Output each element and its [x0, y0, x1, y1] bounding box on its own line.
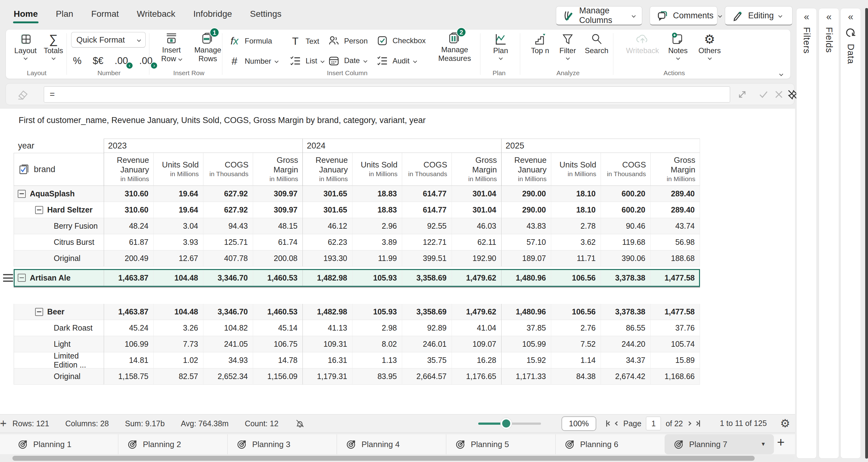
measure-header[interactable]: COGSin Thousands: [203, 153, 253, 186]
value-cell[interactable]: 86.55: [600, 320, 650, 336]
value-cell[interactable]: 189.07: [501, 251, 551, 266]
row-label-cell[interactable]: Artisan Ale: [14, 269, 104, 287]
previous-page-icon[interactable]: [616, 422, 619, 425]
value-cell[interactable]: 105.99: [501, 336, 551, 352]
value-cell[interactable]: 106.56: [551, 304, 600, 320]
value-cell[interactable]: 105.93: [352, 304, 402, 320]
value-cell[interactable]: 1,477.58: [650, 269, 700, 287]
table-row[interactable]: Hard Seltzer310.6019.64627.92309.97301.6…: [14, 202, 700, 218]
editing-mode-button[interactable]: Editing: [725, 6, 793, 26]
menu-plan[interactable]: Plan: [55, 2, 74, 26]
value-cell[interactable]: 34.37: [600, 352, 650, 369]
value-cell[interactable]: 310.60: [104, 186, 153, 202]
value-cell[interactable]: 19.64: [153, 202, 203, 218]
horizontal-scrollbar[interactable]: [9, 456, 795, 461]
menu-writeback[interactable]: Writeback: [136, 2, 176, 26]
value-cell[interactable]: 92.89: [402, 320, 452, 336]
value-cell[interactable]: 1,460.53: [253, 269, 303, 287]
value-cell[interactable]: 200.08: [253, 251, 303, 266]
value-cell[interactable]: 19.64: [153, 186, 203, 202]
value-cell[interactable]: 56.98: [650, 234, 700, 251]
sheet-tab[interactable]: Planning 5: [446, 434, 555, 454]
row-label-cell[interactable]: Berry Fusion: [14, 218, 104, 234]
value-cell[interactable]: 3.04: [153, 218, 203, 234]
value-cell[interactable]: 1,482.98: [303, 269, 352, 287]
insert-formula-button[interactable]: fxFormula: [228, 35, 272, 47]
value-cell[interactable]: 1,477.58: [650, 304, 700, 320]
value-cell[interactable]: 43.74: [650, 218, 700, 234]
last-page-icon[interactable]: [695, 421, 700, 427]
value-cell[interactable]: 7.73: [153, 336, 203, 352]
window-edge-scrollbar[interactable]: [865, 8, 868, 459]
value-cell[interactable]: 61.87: [104, 234, 153, 251]
next-page-icon[interactable]: [688, 422, 691, 425]
value-cell[interactable]: 1,179.31: [303, 369, 352, 385]
others-button[interactable]: ⚙ Others: [695, 32, 724, 59]
row-label-cell[interactable]: Original: [14, 251, 104, 266]
value-cell[interactable]: 18.10: [551, 202, 600, 218]
value-cell[interactable]: 92.55: [402, 218, 452, 234]
value-cell[interactable]: 1,460.53: [253, 304, 303, 320]
value-cell[interactable]: 1,480.96: [501, 269, 551, 287]
zoom-percent[interactable]: 100%: [561, 416, 596, 431]
gear-icon[interactable]: ⚙: [780, 417, 790, 430]
data-panel[interactable]: « Data: [840, 8, 861, 459]
value-cell[interactable]: 90.46: [600, 218, 650, 234]
sheet-tab[interactable]: Planning 2: [118, 434, 227, 454]
value-cell[interactable]: 14.81: [104, 352, 153, 369]
insert-number-button[interactable]: #Number: [228, 55, 278, 67]
value-cell[interactable]: 3,346.70: [203, 304, 253, 320]
value-cell[interactable]: 41.04: [452, 320, 501, 336]
value-cell[interactable]: 192.90: [452, 251, 501, 266]
value-cell[interactable]: 1,479.62: [452, 304, 501, 320]
manage-measures-button[interactable]: 2 Manage Measures: [436, 31, 474, 63]
value-cell[interactable]: 390.06: [600, 251, 650, 266]
value-cell[interactable]: 105.74: [650, 336, 700, 352]
value-cell[interactable]: 1.13: [352, 352, 402, 369]
value-cell[interactable]: 301.65: [303, 186, 352, 202]
value-cell[interactable]: 3.62: [551, 234, 600, 251]
value-cell[interactable]: 3.26: [153, 320, 203, 336]
value-cell[interactable]: 109.31: [303, 336, 352, 352]
insert-audit-button[interactable]: Audit: [376, 55, 416, 67]
value-cell[interactable]: 12.67: [153, 251, 203, 266]
value-cell[interactable]: 309.97: [253, 202, 303, 218]
measure-header[interactable]: Units Soldin Millions: [352, 153, 402, 186]
value-cell[interactable]: 3,346.70: [203, 269, 253, 287]
value-cell[interactable]: 11.99: [352, 251, 402, 266]
year-group-header[interactable]: 2023: [104, 139, 303, 153]
value-cell[interactable]: 1,168.66: [650, 369, 700, 385]
row-label-cell[interactable]: Citrus Burst: [14, 234, 104, 251]
expand-formula-icon[interactable]: [736, 89, 748, 100]
value-cell[interactable]: 37.85: [501, 320, 551, 336]
value-cell[interactable]: 2.96: [352, 218, 402, 234]
value-cell[interactable]: 188.68: [650, 251, 700, 266]
value-cell[interactable]: 244.20: [600, 336, 650, 352]
value-cell[interactable]: 3,358.69: [402, 304, 452, 320]
measure-header[interactable]: Units Soldin Millions: [551, 153, 600, 186]
value-cell[interactable]: 3,358.69: [402, 269, 452, 287]
comments-button[interactable]: Comments: [650, 6, 717, 26]
value-cell[interactable]: 289.40: [650, 186, 700, 202]
totals-button[interactable]: ∑ Totals: [41, 32, 65, 59]
value-cell[interactable]: 84.38: [551, 369, 600, 385]
quick-format-dropdown[interactable]: Quick Format: [71, 32, 146, 48]
value-cell[interactable]: 83.95: [352, 369, 402, 385]
value-cell[interactable]: 2,674.42: [600, 369, 650, 385]
value-cell[interactable]: 2.98: [352, 320, 402, 336]
measure-header[interactable]: Revenue Januaryin Millions: [104, 153, 153, 186]
collapse-icon[interactable]: [35, 206, 43, 214]
value-cell[interactable]: 600.20: [600, 186, 650, 202]
value-cell[interactable]: 1,176.65: [452, 369, 501, 385]
value-cell[interactable]: 62.23: [303, 234, 352, 251]
measure-header[interactable]: COGSin Thousands: [600, 153, 650, 186]
row-label-cell[interactable]: Dark Roast: [14, 320, 104, 336]
value-cell[interactable]: 16.31: [303, 352, 352, 369]
measure-header[interactable]: Revenue Januaryin Millions: [501, 153, 551, 186]
row-drag-handle-icon[interactable]: [3, 274, 13, 282]
value-cell[interactable]: 15.89: [650, 352, 700, 369]
value-cell[interactable]: 7.52: [551, 336, 600, 352]
collapse-icon[interactable]: [18, 190, 26, 198]
value-cell[interactable]: 193.30: [303, 251, 352, 266]
manage-rows-button[interactable]: 1 Manage Rows: [190, 31, 225, 63]
